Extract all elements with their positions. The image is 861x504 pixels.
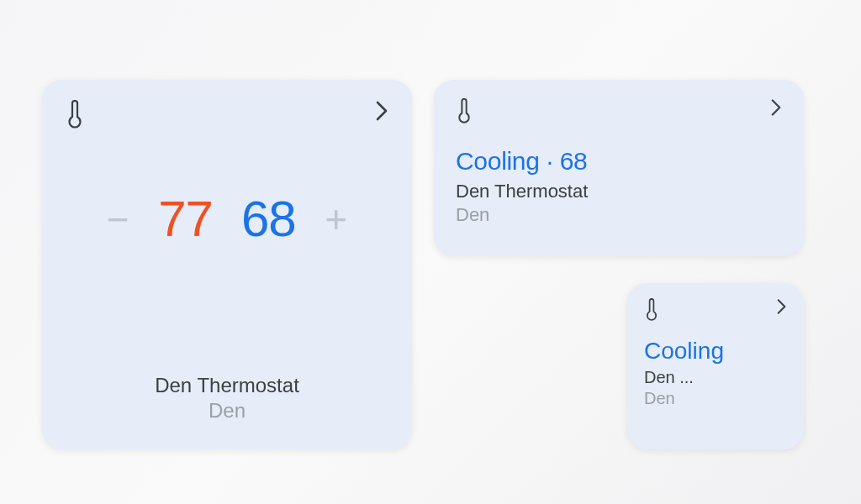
device-name: Den Thermostat <box>66 374 388 397</box>
cool-setpoint: 68 <box>241 194 296 244</box>
thermostat-card-large[interactable]: − 77 68 + Den Thermostat Den <box>42 80 412 449</box>
chevron-right-icon[interactable] <box>375 100 388 122</box>
status-line: Cooling · 68 <box>456 147 782 176</box>
card-body: Cooling · 68 Den Thermostat Den <box>456 147 782 226</box>
heat-setpoint: 77 <box>158 194 213 244</box>
card-header <box>66 100 388 129</box>
room-name: Den <box>644 389 787 408</box>
increase-button[interactable]: + <box>325 200 348 239</box>
thermostat-card-small[interactable]: Cooling Den ... Den <box>627 283 804 449</box>
card-body: Cooling Den ... Den <box>644 338 787 408</box>
status-line: Cooling <box>644 338 787 365</box>
card-header <box>456 98 782 123</box>
device-name: Den Thermostat <box>456 181 782 202</box>
temperature-controls: − 77 68 + <box>66 194 388 244</box>
thermometer-icon <box>644 298 659 321</box>
thermostat-card-medium[interactable]: Cooling · 68 Den Thermostat Den <box>434 80 804 256</box>
chevron-right-icon[interactable] <box>776 298 787 315</box>
device-name: Den ... <box>644 368 787 387</box>
room-name: Den <box>66 399 388 423</box>
thermometer-icon <box>456 98 473 123</box>
card-header <box>644 298 787 321</box>
chevron-right-icon[interactable] <box>770 98 782 117</box>
thermometer-icon <box>66 100 84 129</box>
room-name: Den <box>456 204 782 226</box>
card-footer: Den Thermostat Den <box>66 374 388 429</box>
decrease-button[interactable]: − <box>106 200 129 239</box>
